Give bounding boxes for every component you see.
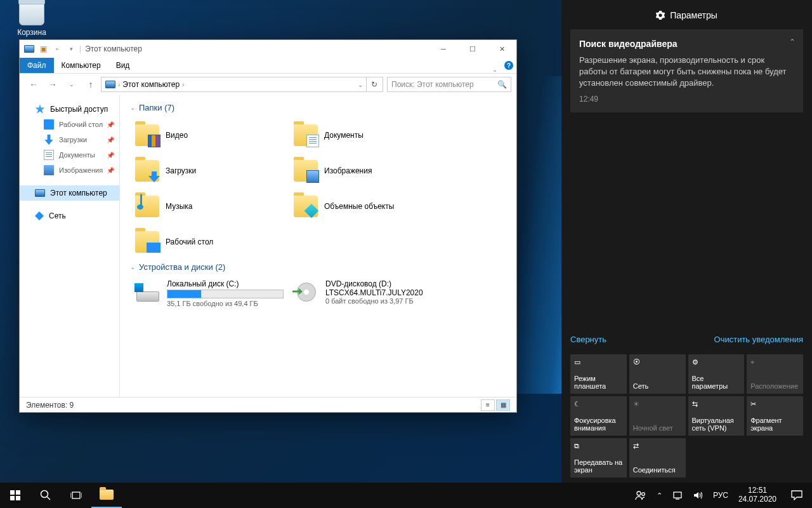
notification-body: Разрешение экрана, производительность и … <box>579 55 794 90</box>
qa-project[interactable]: ⧉Передавать на экран <box>570 438 627 478</box>
tablet-icon: ▭ <box>574 358 623 368</box>
pin-icon: 📌 <box>107 137 114 144</box>
tray-overflow-icon[interactable]: ⌃ <box>652 483 667 508</box>
svg-rect-11 <box>674 492 681 498</box>
nav-pictures[interactable]: Изображения📌 <box>20 163 119 178</box>
nav-documents[interactable]: Документы📌 <box>20 147 119 163</box>
file-explorer-window: ▣ ▫ ▾ | Этот компьютер ─ ☐ ✕ Файл Компью… <box>19 39 517 413</box>
search-icon: 🔍 <box>497 80 507 89</box>
ribbon-expand-icon[interactable]: ⌄ <box>492 66 501 73</box>
nav-desktop[interactable]: Рабочий стол📌 <box>20 117 119 132</box>
view-details-button[interactable]: ≡ <box>481 399 495 411</box>
folder-pictures[interactable]: Изображения <box>289 153 447 189</box>
qa-screen-snip[interactable]: ✂Фрагмент экрана <box>747 396 803 436</box>
tray-people[interactable] <box>630 483 652 508</box>
svg-rect-6 <box>72 492 80 498</box>
notification-collapse-icon[interactable]: ⌃ <box>789 37 796 48</box>
pictures-icon <box>306 170 319 183</box>
qa-focus-assist[interactable]: ☾Фокусировка внимания <box>570 396 627 436</box>
nav-forward-button[interactable]: → <box>44 76 62 93</box>
qa-connect[interactable]: ⇄Соединиться <box>629 438 686 478</box>
nav-recent-icon[interactable]: ⌄ <box>63 76 81 93</box>
qat-properties-icon[interactable]: ▣ <box>37 43 49 55</box>
tray-volume-icon[interactable] <box>688 483 708 508</box>
project-icon: ⧉ <box>574 442 623 452</box>
folder-3d-objects[interactable]: Объемные объекты <box>289 189 447 224</box>
nav-downloads[interactable]: Загрузки📌 <box>20 132 119 147</box>
tab-view[interactable]: Вид <box>108 58 138 73</box>
collapse-quick-actions[interactable]: Свернуть <box>570 335 606 344</box>
desktop-icon <box>44 119 54 130</box>
folder-music[interactable]: Музыка <box>130 189 289 224</box>
status-bar: Элементов: 9 ≡ ▦ <box>20 397 516 412</box>
address-dropdown-icon[interactable]: ⌄ <box>355 81 366 88</box>
drive-c-name: Локальный диск (C:) <box>167 279 284 288</box>
qa-tablet-mode[interactable]: ▭Режим планшета <box>570 354 627 394</box>
moon-icon: ☾ <box>574 400 623 410</box>
address-bar-row: ← → ⌄ ↑ › Этот компьютер › ⌄ ↻ Поиск: Эт… <box>20 74 516 95</box>
tab-computer[interactable]: Компьютер <box>54 58 108 73</box>
tray-clock[interactable]: 12:51 24.07.2020 <box>733 483 782 508</box>
nav-this-pc[interactable]: Этот компьютер <box>20 185 119 201</box>
svg-rect-3 <box>16 496 20 500</box>
address-bar[interactable]: › Этот компьютер › ⌄ ↻ <box>101 77 383 92</box>
documents-icon <box>44 150 54 160</box>
notification-card[interactable]: ⌃ Поиск видеодрайвера Разрешение экрана,… <box>570 29 803 112</box>
network-icon <box>35 211 44 220</box>
task-view-button[interactable] <box>61 483 91 508</box>
close-button[interactable]: ✕ <box>487 40 516 58</box>
view-tiles-button[interactable]: ▦ <box>496 399 510 411</box>
recycle-bin-icon <box>19 3 44 25</box>
nav-network[interactable]: Сеть <box>20 208 119 224</box>
drive-d-free: 0 байт свободно из 3,97 ГБ <box>325 297 442 305</box>
gear-icon: ⚙ <box>692 358 741 368</box>
start-button[interactable] <box>0 483 30 508</box>
svg-rect-1 <box>16 490 20 495</box>
tray-network-icon[interactable] <box>667 483 688 508</box>
nav-quick-access[interactable]: Быстрый доступ <box>20 102 119 117</box>
qa-night-light[interactable]: ☀Ночной свет <box>629 396 686 436</box>
drive-d[interactable]: DVD-дисковод (D:) LTSCX64.MULTi7.JULY202… <box>289 277 447 310</box>
pin-icon: 📌 <box>107 121 114 128</box>
recycle-bin[interactable]: Корзина <box>9 3 55 37</box>
qat-dropdown-icon[interactable]: ▾ <box>65 43 77 55</box>
qat-newfolder-icon[interactable]: ▫ <box>51 43 63 55</box>
nav-back-button[interactable]: ← <box>25 76 43 93</box>
maximize-button[interactable]: ☐ <box>458 40 487 58</box>
tray-action-center-button[interactable] <box>782 483 812 508</box>
titlebar[interactable]: ▣ ▫ ▾ | Этот компьютер ─ ☐ ✕ <box>20 40 516 58</box>
search-button[interactable] <box>30 483 61 508</box>
group-folders-header[interactable]: ⌄Папки (7) <box>130 103 506 112</box>
qa-all-settings[interactable]: ⚙Все параметры <box>688 354 745 394</box>
search-input[interactable]: Поиск: Этот компьютер 🔍 <box>387 77 511 92</box>
action-center-header[interactable]: Параметры <box>561 10 812 20</box>
pin-icon: 📌 <box>107 152 114 159</box>
drive-c[interactable]: Локальный диск (C:) 35,1 ГБ свободно из … <box>130 277 289 310</box>
qa-network[interactable]: ⦿Сеть <box>629 354 686 394</box>
folder-documents[interactable]: Документы <box>289 117 447 153</box>
tray-language[interactable]: РУС <box>708 483 733 508</box>
svg-point-9 <box>637 491 641 495</box>
dvd-icon <box>297 283 316 302</box>
drive-c-usage-bar <box>167 290 284 298</box>
pictures-icon <box>44 165 54 175</box>
clear-notifications[interactable]: Очистить уведомления <box>714 335 803 344</box>
breadcrumb-this-pc[interactable]: Этот компьютер <box>120 80 182 89</box>
nav-up-button[interactable]: ↑ <box>82 76 100 93</box>
folder-desktop[interactable]: Рабочий стол <box>130 224 289 260</box>
recycle-bin-label: Корзина <box>9 28 55 37</box>
help-button[interactable]: ? <box>501 58 516 73</box>
pc-icon <box>35 189 45 197</box>
drive-c-free: 35,1 ГБ свободно из 49,4 ГБ <box>167 300 284 307</box>
star-icon <box>35 104 45 114</box>
svg-point-10 <box>642 493 645 496</box>
minimize-button[interactable]: ─ <box>429 40 458 58</box>
group-drives-header[interactable]: ⌄Устройства и диски (2) <box>130 262 506 272</box>
folder-downloads[interactable]: Загрузки <box>130 153 289 189</box>
qa-location[interactable]: ⌖Расположение <box>747 354 803 394</box>
folder-video[interactable]: Видео <box>130 117 289 153</box>
tab-file[interactable]: Файл <box>20 58 54 73</box>
taskbar-file-explorer[interactable] <box>91 483 122 508</box>
refresh-button[interactable]: ↻ <box>366 77 381 91</box>
qa-vpn[interactable]: ⇆Виртуальная сеть (VPN) <box>688 396 745 436</box>
